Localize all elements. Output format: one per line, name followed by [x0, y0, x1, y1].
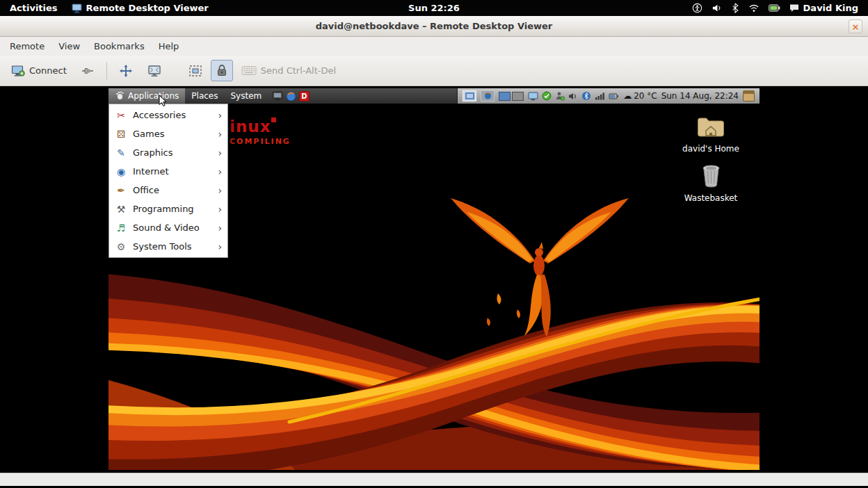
panel-menu-places[interactable]: Places: [185, 88, 224, 104]
menu-item-office[interactable]: ✒ Office ›: [110, 181, 227, 200]
menu-item-graphics[interactable]: ✎ Graphics ›: [110, 143, 227, 162]
user-presence-icon[interactable]: [555, 91, 565, 101]
menu-item-sound-video[interactable]: ♬ Sound & Video ›: [110, 218, 227, 237]
menu-item-label: Sound & Video: [133, 222, 200, 233]
window-statusbar: [0, 473, 868, 486]
mouse-cursor: [159, 95, 168, 110]
workspace-switcher[interactable]: [499, 92, 524, 101]
pan-view-button[interactable]: [113, 60, 138, 82]
panel-menu-places-label: Places: [191, 91, 218, 101]
workspace-1[interactable]: [499, 92, 511, 101]
disconnect-button[interactable]: [75, 60, 100, 81]
browser-launcher-icon[interactable]: [286, 91, 296, 101]
debian-launcher-icon[interactable]: D: [299, 91, 310, 101]
sound-video-icon: ♬: [115, 222, 127, 234]
panel-menu-applications[interactable]: Applications: [108, 88, 185, 104]
svg-text:D: D: [302, 92, 307, 100]
volume-icon[interactable]: [712, 3, 722, 13]
user-menu[interactable]: David King: [789, 3, 858, 13]
workspace-2[interactable]: [512, 92, 524, 101]
panel-right-section: ☁ 20 °C Sun 14 Aug, 22:24: [457, 88, 760, 104]
window-titlebar[interactable]: david@netbookdave – Remote Desktop Viewe…: [0, 16, 868, 37]
activities-button[interactable]: Activities: [10, 3, 58, 13]
connect-button[interactable]: Connect: [6, 60, 72, 81]
battery-icon[interactable]: [769, 4, 780, 12]
desktop-icon-label: Wastebasket: [684, 193, 738, 203]
panel-menu-system[interactable]: System: [224, 88, 268, 104]
menu-item-label: Office: [133, 185, 159, 195]
panel-system-tray: [528, 91, 619, 101]
remote-viewport: inux COMPILING Applications Places Syste…: [0, 88, 868, 473]
pan-icon: [119, 64, 133, 78]
weather-temp: 20 °C: [634, 91, 657, 101]
panel-menu-system-label: System: [230, 91, 262, 101]
desktop-icon-wastebasket[interactable]: Wastebasket: [672, 165, 750, 203]
scaling-toggle-icon: [188, 65, 202, 77]
toolbar-separator: [106, 62, 107, 80]
panel-launchers: D: [268, 88, 314, 104]
gnome-foot-icon: [115, 90, 124, 102]
programming-icon: ⚒: [115, 204, 127, 215]
shell-clock[interactable]: Sun 22:26: [408, 3, 460, 13]
screenshot-launcher-icon[interactable]: [272, 91, 283, 101]
window-list-item-1[interactable]: [463, 90, 476, 101]
view-only-toggle-button[interactable]: [211, 60, 233, 81]
menu-item-label: Games: [133, 129, 164, 139]
battery-icon[interactable]: [609, 92, 619, 100]
internet-icon: ◉: [115, 166, 127, 177]
submenu-arrow-icon: ›: [218, 147, 222, 158]
menu-item-label: Programming: [133, 204, 194, 214]
volume-icon[interactable]: [568, 92, 578, 101]
graphics-icon: ✎: [115, 147, 127, 158]
updates-ok-icon[interactable]: [542, 91, 552, 101]
system-tools-icon: ⚙: [115, 241, 127, 252]
home-folder-icon: [697, 116, 725, 140]
wallpaper-brand-line2: COMPILING: [230, 137, 291, 146]
bluetooth-icon[interactable]: [581, 91, 591, 101]
focused-app-name: Remote Desktop Viewer: [86, 3, 209, 13]
submenu-arrow-icon: ›: [218, 222, 222, 234]
panel-clock[interactable]: Sun 14 Aug, 22:24: [661, 91, 739, 101]
menu-item-internet[interactable]: ◉ Internet ›: [110, 162, 227, 181]
menu-item-accessories[interactable]: ✂ Accessories ›: [110, 106, 227, 124]
window-list-item-2[interactable]: [481, 90, 495, 101]
window-menubar: Remote View Bookmarks Help: [0, 37, 868, 56]
weather-cloud-icon: ☁: [623, 91, 632, 101]
window-close-button[interactable]: ×: [849, 19, 862, 33]
weather-applet[interactable]: ☁ 20 °C: [623, 91, 657, 101]
send-ctrl-alt-del-label: Send Ctrl-Alt-Del: [261, 65, 336, 76]
wallpaper-brand-line1: inux: [230, 117, 271, 136]
network-signal-icon[interactable]: [595, 92, 605, 100]
readonly-lock-icon: [216, 64, 227, 77]
menu-bookmarks[interactable]: Bookmarks: [87, 38, 152, 54]
wifi-icon[interactable]: [748, 3, 760, 13]
wallpaper-tm-mark: [271, 117, 276, 122]
menu-item-system-tools[interactable]: ⚙ System Tools ›: [110, 237, 227, 256]
accessories-icon: ✂: [115, 110, 127, 121]
wallpaper-brand-text: inux COMPILING: [230, 117, 291, 146]
panel-menu-applications-label: Applications: [128, 91, 179, 101]
display-icon[interactable]: [528, 92, 538, 101]
remote-top-panel: Applications Places System D: [108, 88, 760, 104]
submenu-arrow-icon: ›: [218, 110, 222, 121]
screenshot-button[interactable]: [141, 60, 168, 81]
menu-help[interactable]: Help: [152, 38, 186, 54]
disconnect-icon: [81, 65, 95, 77]
focused-app-menu[interactable]: Remote Desktop Viewer: [72, 3, 209, 13]
bluetooth-icon[interactable]: [731, 3, 739, 13]
menu-item-label: Internet: [133, 166, 169, 177]
remote-screen[interactable]: inux COMPILING Applications Places Syste…: [108, 88, 760, 470]
submenu-arrow-icon: ›: [218, 204, 222, 215]
menu-view[interactable]: View: [51, 38, 87, 54]
submenu-arrow-icon: ›: [218, 185, 222, 196]
menu-item-games[interactable]: ⚄ Games ›: [110, 124, 227, 143]
wastebasket-icon: [702, 165, 721, 190]
keyboard-icon: [241, 65, 257, 76]
calendar-applet-icon[interactable]: [743, 90, 755, 101]
desktop-icon-home[interactable]: david's Home: [672, 116, 750, 154]
accessibility-icon[interactable]: [692, 3, 702, 13]
scaling-toggle-button[interactable]: [183, 60, 208, 81]
menu-remote[interactable]: Remote: [3, 38, 51, 54]
menu-item-programming[interactable]: ⚒ Programming ›: [110, 200, 227, 218]
connect-icon: [11, 65, 25, 77]
